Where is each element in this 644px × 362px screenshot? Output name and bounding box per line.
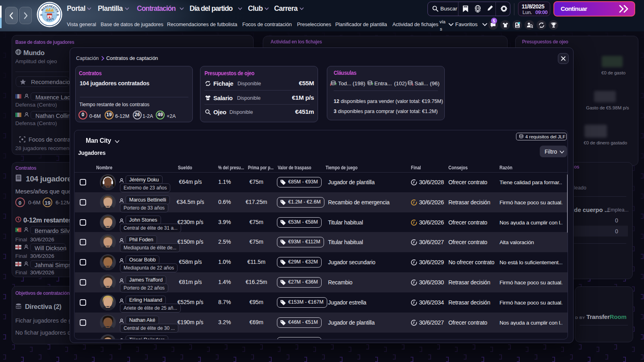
svg-text:18: 18: [40, 14, 43, 16]
svg-text:94: 94: [57, 14, 59, 16]
